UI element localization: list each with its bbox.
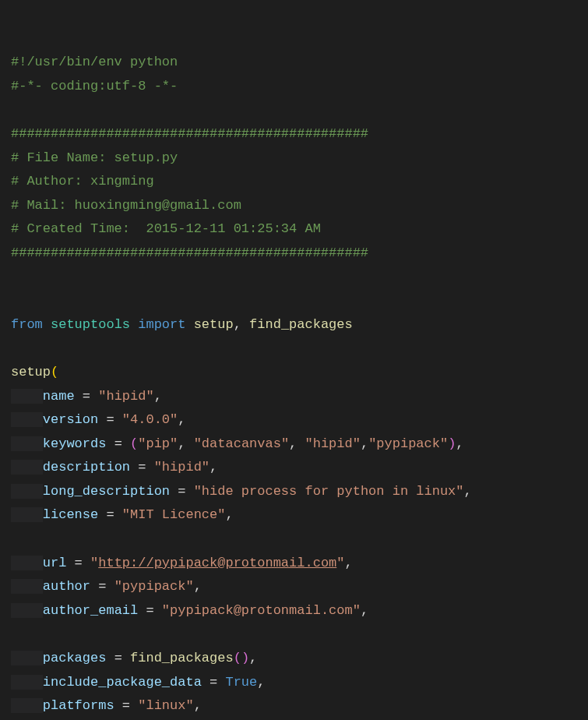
val-platforms: "linux" — [138, 698, 193, 713]
punct-eq: = — [75, 389, 99, 404]
punct-comma: , — [361, 603, 368, 618]
val-url-quote: " — [90, 556, 98, 570]
punct-comma: , — [249, 651, 257, 665]
code-line: # File Name: setup.py — [11, 146, 577, 171]
import-find-packages: find_packages — [249, 317, 353, 332]
punct-eq: = — [106, 651, 130, 665]
code-line: # Author: xingming — [11, 170, 577, 194]
code-line: keywords = ("pip", "datacanvas", "hipid"… — [11, 432, 577, 457]
module-setuptools: setuptools — [51, 317, 130, 332]
comment-divider: ########################################… — [11, 245, 368, 260]
code-line: author = "pypipack", — [11, 575, 577, 599]
comment-mail: # Mail: huoxingming@gmail.com — [11, 198, 241, 213]
code-line: long_description = "hide process for pyt… — [11, 480, 577, 504]
code-line: #!/usr/bin/env python — [11, 51, 577, 75]
keyword-import: import — [138, 317, 185, 332]
code-line — [11, 528, 577, 552]
comment-created: # Created Time: 2015-12-11 01:25:34 AM — [11, 221, 321, 236]
val-description: "hipid" — [154, 460, 209, 475]
call-setup: setup — [11, 365, 51, 379]
code-line: from setuptools import setup, find_packa… — [11, 313, 577, 337]
punct-eq: = — [98, 412, 122, 427]
val-kw1: "pip" — [138, 436, 178, 451]
punct-comma: , — [178, 436, 193, 451]
punct-eq: = — [138, 603, 162, 618]
punct-comma: , — [209, 460, 217, 475]
punct-comma: , — [345, 556, 353, 570]
call-find-packages: find_packages — [130, 651, 234, 665]
paren-close-inner: ) — [448, 436, 456, 451]
code-line: url = "http://pypipack@protonmail.com", — [11, 552, 577, 576]
punct-eq: = — [202, 675, 226, 690]
keyword-from: from — [11, 317, 43, 332]
val-version: "4.0.0" — [122, 412, 178, 427]
code-line: license = "MIT Licence", — [11, 503, 577, 528]
comment-author: # Author: xingming — [11, 174, 154, 189]
punct-eq: = — [170, 484, 194, 499]
val-author: "pypipack" — [114, 579, 194, 594]
punct-comma: , — [225, 507, 233, 522]
arg-name: name — [43, 389, 75, 404]
punct-comma: , — [154, 389, 162, 404]
code-line: ########################################… — [11, 242, 577, 266]
paren-close-inner: ) — [241, 651, 249, 665]
code-line: description = "hipid", — [11, 456, 577, 480]
val-name: "hipid" — [98, 389, 153, 404]
arg-long-description: long_description — [43, 484, 170, 499]
val-kw2: "datacanvas" — [194, 436, 289, 451]
code-line — [11, 98, 577, 122]
arg-keywords: keywords — [43, 436, 107, 451]
code-line — [11, 623, 577, 647]
paren-open-inner: ( — [234, 651, 241, 665]
code-line: include_package_data = True, — [11, 671, 577, 695]
val-kw4: "pypipack" — [368, 436, 448, 451]
code-line: # Mail: huoxingming@gmail.com — [11, 194, 577, 218]
punct-eq: = — [90, 579, 114, 594]
punct-eq: = — [66, 556, 90, 570]
punct-comma: , — [234, 317, 249, 332]
arg-include-package-data: include_package_data — [43, 675, 202, 690]
paren-open-inner: ( — [130, 436, 138, 451]
val-true: True — [225, 675, 257, 690]
code-line: name = "hipid", — [11, 385, 577, 409]
punct-eq: = — [114, 698, 139, 713]
import-setup: setup — [194, 317, 234, 332]
comment-divider: ########################################… — [11, 126, 368, 141]
punct-comma: , — [194, 698, 202, 713]
arg-packages: packages — [43, 651, 107, 665]
arg-version: version — [43, 412, 98, 427]
code-line — [11, 289, 577, 313]
arg-url: url — [43, 556, 67, 570]
punct-comma: , — [289, 436, 305, 451]
code-line: platforms = "linux", — [11, 694, 577, 718]
comment-coding: #-*- coding:utf-8 -*- — [11, 79, 178, 94]
punct-eq: = — [130, 460, 154, 475]
punct-comma: , — [194, 579, 202, 594]
code-line: # Created Time: 2015-12-11 01:25:34 AM — [11, 217, 577, 242]
code-line: #-*- coding:utf-8 -*- — [11, 75, 577, 99]
punct-comma: , — [361, 436, 368, 451]
punct-comma: , — [257, 675, 265, 690]
code-line: packages = find_packages(), — [11, 647, 577, 671]
comment-filename: # File Name: setup.py — [11, 150, 178, 165]
arg-author-email: author_email — [43, 603, 138, 618]
code-line: setup( — [11, 361, 577, 385]
arg-author: author — [43, 579, 90, 594]
punct-eq: = — [106, 436, 130, 451]
val-long-description: "hide process for python in linux" — [194, 484, 464, 499]
arg-platforms: platforms — [43, 698, 114, 713]
arg-description: description — [43, 460, 130, 475]
val-license: "MIT Licence" — [122, 507, 226, 522]
code-line — [11, 266, 577, 290]
code-line: version = "4.0.0", — [11, 408, 577, 432]
val-author-email: "pypipack@protonmail.com" — [162, 603, 361, 618]
code-block: #!/usr/bin/env python#-*- coding:utf-8 -… — [11, 51, 577, 720]
punct-comma: , — [464, 484, 472, 499]
val-url-link[interactable]: http://pypipack@protonmail.com — [98, 556, 336, 570]
arg-license: license — [43, 507, 98, 522]
code-line — [11, 337, 577, 361]
punct-comma: , — [456, 436, 463, 451]
punct-eq: = — [98, 507, 122, 522]
code-line: ########################################… — [11, 122, 577, 146]
val-kw3: "hipid" — [305, 436, 361, 451]
